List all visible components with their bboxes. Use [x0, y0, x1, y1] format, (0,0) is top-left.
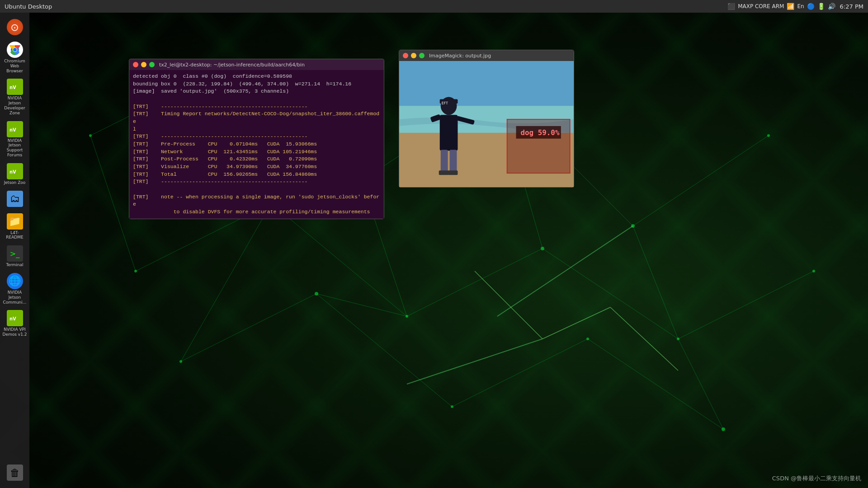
svg-line-13 — [633, 226, 678, 339]
taskbar-item-chromium[interactable]: Chromium Web Browser — [1, 40, 28, 75]
svg-point-30 — [406, 315, 408, 318]
svg-point-22 — [89, 134, 92, 137]
svg-rect-66 — [450, 150, 457, 173]
terminal-label: Terminal — [6, 263, 23, 267]
vpi-label: NVIDIA VPI Demos v1.2 — [2, 327, 28, 337]
topbar: Ubuntu Desktop ⬛ MAXP CORE ARM 📶 En 🔵 🔋 … — [0, 0, 868, 13]
svg-point-33 — [812, 270, 815, 272]
svg-point-32 — [677, 338, 679, 340]
svg-text:EFT: EFT — [442, 101, 448, 105]
terminal-line-13: [TRT] ----------------------------------… — [133, 178, 380, 186]
taskbar-item-nvidia-support[interactable]: nV NVIDIA Jetson Support Forums — [1, 119, 28, 160]
terminal-line-15: [TRT] note -- when processing a single i… — [133, 193, 380, 208]
terminal-icon: >_ — [7, 245, 23, 262]
terminal-line-17 — [133, 216, 380, 219]
svg-line-44 — [610, 307, 678, 371]
desktop: Ubuntu Desktop ⬛ MAXP CORE ARM 📶 En 🔵 🔋 … — [0, 0, 868, 488]
nvidia-comm-icon: 🌐 — [7, 273, 23, 289]
scene-svg: EFT dog 59.0% — [399, 61, 574, 187]
terminal-line-9: [TRT] Network CPU 121.43451ms CUDA 105.2… — [133, 148, 380, 156]
terminal-body[interactable]: detected obj 0 class #0 (dog) confidence… — [129, 70, 384, 219]
maxp-label: MAXP CORE ARM — [738, 3, 784, 9]
svg-line-4 — [633, 136, 769, 226]
svg-point-35 — [315, 292, 318, 296]
svg-rect-67 — [439, 170, 449, 175]
svg-point-36 — [451, 405, 453, 408]
taskbar-item-files[interactable]: 🗂 — [1, 189, 28, 210]
terminal-line-16: to disable DVFS for more accurate profil… — [133, 208, 380, 216]
taskbar-item-nvidia-comm[interactable]: 🌐 NVIDIA Jetson Communi... — [1, 271, 28, 306]
l4t-label: L4T-README — [2, 230, 28, 240]
svg-line-14 — [181, 294, 316, 361]
svg-point-34 — [179, 360, 182, 363]
ubuntu-menu-icon: ⊙ — [7, 19, 23, 35]
topbar-left: Ubuntu Desktop — [5, 3, 52, 10]
imagemagick-body: EFT dog 59.0% — [399, 61, 574, 187]
imagemagick-maximize-btn[interactable] — [419, 53, 425, 58]
beach-background: EFT dog 59.0% — [399, 61, 574, 187]
taskbar-item-zoo[interactable]: nV Jetson Zoo — [1, 161, 28, 187]
terminal-line-10: [TRT] Post-Process CPU 0.42320ms CUDA 0.… — [133, 155, 380, 163]
watermark: CSDN @鲁棒最小二乘支持向量机 — [772, 474, 861, 483]
files-icon: 🗂 — [7, 191, 23, 207]
terminal-line-14 — [133, 186, 380, 193]
svg-line-21 — [678, 339, 723, 429]
svg-rect-68 — [448, 170, 458, 175]
svg-point-26 — [631, 224, 635, 228]
svg-text:dog 59.0%: dog 59.0% — [520, 128, 559, 137]
taskbar-item-trash[interactable]: 🗑 — [1, 463, 28, 483]
svg-text:nV: nV — [9, 316, 16, 321]
svg-point-28 — [134, 270, 137, 272]
terminal-titlebar: tx2_lei@tx2-desktop: ~/jetson-inference/… — [129, 59, 384, 70]
taskbar-item-terminal[interactable]: >_ Terminal — [1, 244, 28, 269]
svg-line-41 — [407, 339, 542, 384]
svg-point-31 — [541, 247, 544, 250]
imagemagick-close-btn[interactable] — [403, 53, 408, 58]
terminal-line-6: [TRT] Timing Report networks/DetectNet-C… — [133, 110, 380, 125]
svg-line-17 — [588, 339, 723, 429]
nvidia-comm-label: NVIDIA Jetson Communi... — [2, 290, 28, 305]
svg-line-6 — [271, 203, 407, 316]
terminal-line-7: [TRT] ----------------------------------… — [133, 133, 380, 141]
bluetooth-icon: 🔵 — [807, 3, 815, 10]
terminal-close-btn[interactable] — [133, 62, 138, 67]
svg-point-37 — [586, 338, 589, 340]
terminal-line-11: [TRT] Visualize CPU 34.97390ms CUDA 34.9… — [133, 163, 380, 171]
taskbar-item-vpi[interactable]: nV NVIDIA VPI Demos v1.2 — [1, 308, 28, 339]
svg-line-20 — [316, 294, 407, 316]
taskbar-item-l4t[interactable]: 📁 L4T-README — [1, 211, 28, 242]
topbar-title: Ubuntu Desktop — [5, 3, 52, 10]
svg-line-15 — [316, 294, 452, 407]
imagemagick-title: ImageMagick: output.jpg — [429, 53, 491, 59]
wifi-icon: 📶 — [787, 3, 794, 10]
jetson-zoo-icon: nV — [7, 163, 23, 179]
clock: 6:27 PM — [840, 3, 863, 10]
topbar-right: ⬛ MAXP CORE ARM 📶 En 🔵 🔋 🔊 6:27 PM — [727, 3, 863, 10]
taskbar: ⊙ Chromium Web Browser nV — [0, 13, 29, 488]
terminal-line-12: [TRT] Total CPU 156.90265ms CUDA 156.848… — [133, 171, 380, 178]
nvidia-support-label: NVIDIA Jetson Support Forums — [2, 138, 28, 158]
taskbar-item-nvidia-dev[interactable]: nV NVIDIA Jetson Developer Zone — [1, 77, 28, 117]
svg-line-42 — [475, 271, 542, 339]
terminal-line-3: [image] saved 'output.jpg' (500x375, 3 c… — [133, 88, 380, 95]
svg-point-27 — [767, 134, 770, 137]
svg-line-43 — [542, 307, 610, 339]
taskbar-item-ubuntu[interactable]: ⊙ — [1, 17, 28, 38]
terminal-line-6b: l — [133, 126, 380, 133]
svg-rect-65 — [441, 150, 448, 173]
terminal-line-8: [TRT] Pre-Process CPU 0.07104ms CUDA 15.… — [133, 141, 380, 148]
terminal-window[interactable]: tx2_lei@tx2-desktop: ~/jetson-inference/… — [129, 59, 384, 219]
terminal-minimize-btn[interactable] — [141, 62, 146, 67]
terminal-maximize-btn[interactable] — [149, 62, 155, 67]
speaker-icon: 🔊 — [828, 3, 835, 10]
svg-text:nV: nV — [9, 127, 16, 132]
svg-text:nV: nV — [9, 169, 16, 174]
nvidia-dev-label: NVIDIA Jetson Developer Zone — [2, 96, 28, 115]
imagemagick-titlebar: ImageMagick: output.jpg — [399, 50, 574, 61]
svg-line-16 — [452, 339, 588, 407]
imagemagick-minimize-btn[interactable] — [411, 53, 416, 58]
svg-line-7 — [407, 249, 542, 316]
vpi-icon: nV — [7, 310, 23, 326]
terminal-line-1: detected obj 0 class #0 (dog) confidence… — [133, 73, 380, 80]
imagemagick-window[interactable]: ImageMagick: output.jpg — [399, 50, 574, 188]
